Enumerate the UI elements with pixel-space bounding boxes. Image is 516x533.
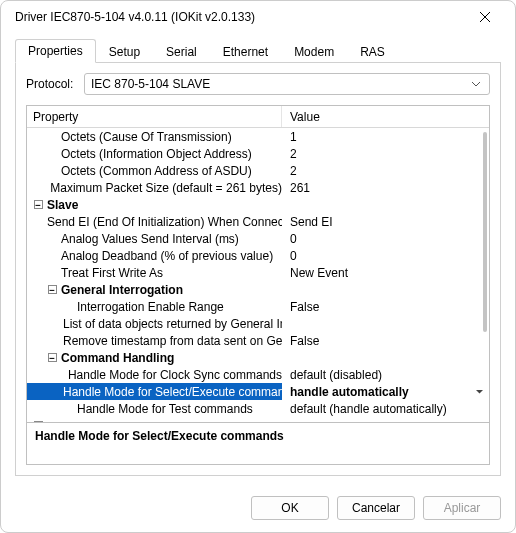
property-value-cell[interactable] xyxy=(282,417,489,422)
property-value-label: 2 xyxy=(290,147,489,161)
property-name-cell: Octets (Information Object Address) xyxy=(27,145,282,162)
property-name-cell: Maximum Packet Size (default = 261 bytes… xyxy=(27,179,282,196)
property-value-label: default (disabled) xyxy=(290,368,489,382)
property-value-cell[interactable]: default (disabled) xyxy=(282,366,489,383)
property-value-cell[interactable]: default (handle automatically) xyxy=(282,400,489,417)
property-name-cell: List of data objects returned by General… xyxy=(27,315,282,332)
property-value-cell[interactable]: 2 xyxy=(282,162,489,179)
close-button[interactable] xyxy=(463,2,507,32)
content-area: PropertiesSetupSerialEthernetModemRAS Pr… xyxy=(1,33,515,486)
property-name-cell: Interrogation Enable Range xyxy=(27,298,282,315)
grid-header-value[interactable]: Value xyxy=(282,106,489,127)
property-name-label: Analog Values Send Interval (ms) xyxy=(61,232,239,246)
tab-page-properties: Protocol: IEC 870-5-104 SLAVE Property V… xyxy=(15,63,501,476)
property-value-cell[interactable] xyxy=(282,315,489,332)
property-row[interactable]: Handle Mode for Test commandsdefault (ha… xyxy=(27,400,489,417)
property-name-cell: Send EI (End Of Initialization) When Con… xyxy=(27,213,282,230)
property-row[interactable]: −Command Handling xyxy=(27,349,489,366)
property-row[interactable]: Handle Mode for Clock Sync commandsdefau… xyxy=(27,366,489,383)
property-name-label: Remove timestamp from data sent on Gener… xyxy=(63,334,282,348)
tab-properties[interactable]: Properties xyxy=(15,39,96,63)
ok-button[interactable]: OK xyxy=(251,496,329,520)
property-name-cell: −General Interrogation xyxy=(27,281,282,298)
property-name-label: Maximum Packet Size (default = 261 bytes… xyxy=(50,181,282,195)
property-name-label: Interrogation Enable Range xyxy=(77,300,224,314)
tab-serial[interactable]: Serial xyxy=(153,40,210,63)
cancel-button[interactable]: Cancelar xyxy=(337,496,415,520)
property-row[interactable]: + xyxy=(27,417,489,422)
property-name-cell: Remove timestamp from data sent on Gener… xyxy=(27,332,282,349)
grid-header-property[interactable]: Property xyxy=(27,106,282,127)
property-row[interactable]: Treat First Write AsNew Event xyxy=(27,264,489,281)
property-value-cell[interactable]: 0 xyxy=(282,247,489,264)
property-name-cell: Handle Mode for Clock Sync commands xyxy=(27,366,282,383)
tab-ras[interactable]: RAS xyxy=(347,40,398,63)
property-row[interactable]: Send EI (End Of Initialization) When Con… xyxy=(27,213,489,230)
property-name-label: Octets (Information Object Address) xyxy=(61,147,252,161)
property-grid: Property Value Octets (Cause Of Transmis… xyxy=(26,105,490,423)
property-row[interactable]: Remove timestamp from data sent on Gener… xyxy=(27,332,489,349)
property-name-label: Send EI (End Of Initialization) When Con… xyxy=(47,215,282,229)
property-name-cell: Analog Deadband (% of previous value) xyxy=(27,247,282,264)
chevron-down-icon xyxy=(469,82,483,87)
collapse-icon[interactable]: − xyxy=(34,200,43,209)
property-value-cell[interactable] xyxy=(282,196,489,213)
property-row[interactable]: Handle Mode for Select/Execute commandsh… xyxy=(27,383,489,400)
property-value-cell[interactable] xyxy=(282,281,489,298)
tab-ethernet[interactable]: Ethernet xyxy=(210,40,281,63)
property-row[interactable]: Octets (Common Address of ASDU)2 xyxy=(27,162,489,179)
property-name-label: Octets (Cause Of Transmission) xyxy=(61,130,232,144)
property-value-cell[interactable]: Send EI xyxy=(282,213,489,230)
expand-icon[interactable]: + xyxy=(34,421,43,422)
property-value-cell[interactable] xyxy=(282,349,489,366)
property-name-label: General Interrogation xyxy=(61,283,183,297)
chevron-down-icon[interactable] xyxy=(473,386,485,398)
property-value-label: 0 xyxy=(290,232,489,246)
property-value-cell[interactable]: 2 xyxy=(282,145,489,162)
dialog-buttons: OK Cancelar Aplicar xyxy=(1,486,515,532)
property-row[interactable]: −General Interrogation xyxy=(27,281,489,298)
close-icon xyxy=(480,12,490,22)
property-row[interactable]: Analog Deadband (% of previous value)0 xyxy=(27,247,489,264)
property-value-cell[interactable]: 1 xyxy=(282,128,489,145)
property-name-cell: + xyxy=(27,417,282,422)
grid-header: Property Value xyxy=(27,106,489,128)
property-row[interactable]: −Slave xyxy=(27,196,489,213)
property-name-cell: −Command Handling xyxy=(27,349,282,366)
property-value-cell[interactable]: 0 xyxy=(282,230,489,247)
property-value-label: 261 xyxy=(290,181,489,195)
property-row[interactable]: Interrogation Enable RangeFalse xyxy=(27,298,489,315)
property-row[interactable]: List of data objects returned by General… xyxy=(27,315,489,332)
property-name-label: Treat First Write As xyxy=(61,266,163,280)
tab-setup[interactable]: Setup xyxy=(96,40,153,63)
property-value-cell[interactable]: New Event xyxy=(282,264,489,281)
property-row[interactable]: Octets (Cause Of Transmission)1 xyxy=(27,128,489,145)
apply-button[interactable]: Aplicar xyxy=(423,496,501,520)
property-value-label: 1 xyxy=(290,130,489,144)
property-name-cell: Octets (Cause Of Transmission) xyxy=(27,128,282,145)
property-value-label: Send EI xyxy=(290,215,489,229)
property-name-label: Handle Mode for Clock Sync commands xyxy=(68,368,282,382)
property-value-label: New Event xyxy=(290,266,489,280)
tab-modem[interactable]: Modem xyxy=(281,40,347,63)
property-name-cell: −Slave xyxy=(27,196,282,213)
property-row[interactable]: Analog Values Send Interval (ms)0 xyxy=(27,230,489,247)
property-value-cell[interactable]: 261 xyxy=(282,179,489,196)
property-value-cell[interactable]: handle automatically xyxy=(282,383,489,400)
protocol-label: Protocol: xyxy=(26,77,76,91)
property-name-cell: Octets (Common Address of ASDU) xyxy=(27,162,282,179)
tab-strip: PropertiesSetupSerialEthernetModemRAS xyxy=(15,39,501,63)
collapse-icon[interactable]: − xyxy=(48,353,57,362)
titlebar: Driver IEC870-5-104 v4.0.11 (IOKit v2.0.… xyxy=(1,1,515,33)
property-row[interactable]: Octets (Information Object Address)2 xyxy=(27,145,489,162)
protocol-value: IEC 870-5-104 SLAVE xyxy=(91,77,469,91)
property-name-cell: Handle Mode for Select/Execute commands xyxy=(27,383,282,400)
property-value-cell[interactable]: False xyxy=(282,298,489,315)
vertical-scrollbar[interactable] xyxy=(483,132,487,332)
property-row[interactable]: Maximum Packet Size (default = 261 bytes… xyxy=(27,179,489,196)
property-value-cell[interactable]: False xyxy=(282,332,489,349)
protocol-combobox[interactable]: IEC 870-5-104 SLAVE xyxy=(84,73,490,95)
collapse-icon[interactable]: − xyxy=(48,285,57,294)
property-name-cell: Handle Mode for Test commands xyxy=(27,400,282,417)
property-name-label: Octets (Common Address of ASDU) xyxy=(61,164,252,178)
